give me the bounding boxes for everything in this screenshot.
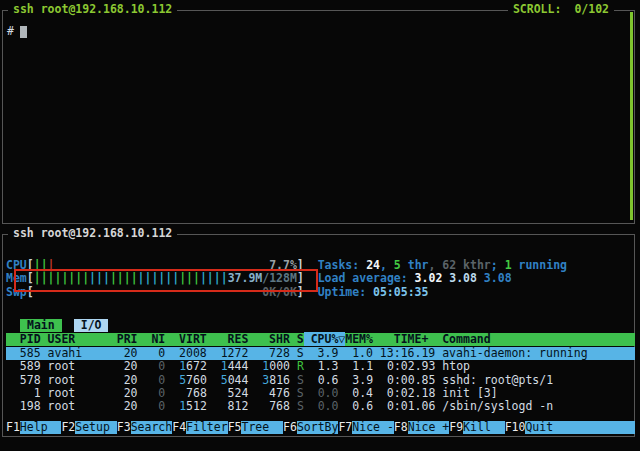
tab-io[interactable]: I/O (74, 319, 109, 332)
scrollbar[interactable] (630, 12, 633, 220)
fkey-quit[interactable]: F10Quit (505, 421, 567, 434)
process-table: 585 avahi 20 0 2008 1272 728 S 3.9 1.0 1… (6, 347, 635, 414)
fkey-sortby[interactable]: F6SortBy (283, 421, 338, 434)
htop-tabs: Main I/O (6, 319, 635, 332)
fkey-setup[interactable]: F2Setup (61, 421, 116, 434)
process-row-589[interactable]: 589 root 20 0 1672 1444 1000 R 1.3 1.1 0… (6, 360, 635, 373)
fbar-fill (567, 421, 635, 434)
fkey-nice-plus[interactable]: F8Nice + (394, 421, 449, 434)
process-row-198[interactable]: 198 root 20 0 1512 812 768 S 0.0 0.6 0:0… (6, 400, 635, 413)
scroll-value: 0/102 (574, 2, 609, 16)
scroll-indicator: SCROLL:0/102 (508, 3, 614, 16)
fkey-kill[interactable]: F9Kill (449, 421, 504, 434)
scroll-label: SCROLL: (513, 2, 561, 16)
fkey-filter[interactable]: F4Filter (172, 421, 227, 434)
annotation-box-mem (14, 269, 318, 292)
function-key-bar: F1Help F2Setup F3Search F4Filter F5Tree … (6, 421, 635, 434)
fkey-nice-minus[interactable]: F7Nice - (338, 421, 393, 434)
shell-prompt[interactable]: # (7, 25, 27, 38)
top-pane-border (2, 10, 635, 224)
fkey-help[interactable]: F1Help (6, 421, 61, 434)
process-row-585-selected[interactable]: 585 avahi 20 0 2008 1272 728 S 3.9 1.0 1… (6, 347, 635, 360)
terminal-screen: ssh root@192.168.10.112 SCROLL:0/102 # s… (0, 0, 640, 451)
cursor-block (20, 26, 27, 38)
bottom-pane-title: ssh root@192.168.10.112 (8, 227, 177, 240)
process-row-578[interactable]: 578 root 20 0 5760 5044 3816 S 0.6 3.9 0… (6, 374, 635, 387)
top-pane-title: ssh root@192.168.10.112 (8, 3, 177, 16)
table-header[interactable]: PID USER PRI NI VIRT RES SHR S CPU%▽MEM%… (6, 333, 635, 346)
fkey-tree[interactable]: F5Tree (228, 421, 283, 434)
tab-main[interactable]: Main (20, 319, 62, 332)
fkey-search[interactable]: F3Search (117, 421, 172, 434)
prompt-char: # (7, 24, 14, 38)
process-row-1[interactable]: 1 root 20 0 768 524 476 S 0.0 0.4 0:02.1… (6, 387, 635, 400)
